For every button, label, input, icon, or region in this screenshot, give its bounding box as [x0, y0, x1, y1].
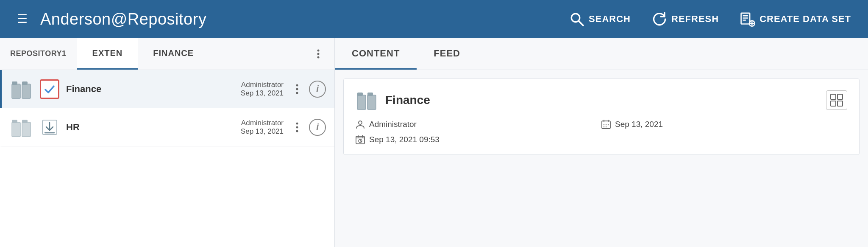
item-meta: Administrator Sep 13, 2021: [241, 81, 284, 98]
svg-line-1: [579, 21, 584, 26]
detail-header: Finance: [356, 89, 847, 111]
refresh-icon: [652, 11, 667, 27]
detail-folder-icon: [356, 89, 378, 111]
create-dataset-icon: [740, 11, 755, 27]
tab-repository1[interactable]: REPOSITORY1: [0, 38, 77, 70]
item-info-button[interactable]: i: [309, 119, 326, 136]
svg-point-10: [317, 53, 320, 55]
svg-rect-33: [831, 94, 836, 99]
header: ☰ Anderson@Repository SEARCH REFRESH: [0, 0, 868, 38]
svg-rect-30: [357, 93, 363, 96]
items-list: Finance Administrator Sep 13, 2021 i: [0, 70, 334, 247]
clock-calendar-icon: [356, 135, 365, 144]
svg-rect-15: [22, 81, 28, 85]
item-name: Finance: [66, 84, 241, 95]
calendar-dots-icon: [601, 120, 611, 129]
tab-exten[interactable]: EXTEN: [77, 38, 138, 70]
search-icon: [569, 11, 584, 27]
item-meta: Administrator Sep 13, 2021: [241, 119, 284, 136]
svg-rect-21: [22, 122, 31, 137]
svg-point-27: [296, 126, 298, 128]
svg-rect-20: [12, 120, 17, 123]
grid-icon: [830, 93, 843, 107]
svg-rect-2: [741, 13, 750, 24]
svg-line-52: [360, 141, 362, 142]
svg-point-26: [296, 122, 298, 124]
detail-meta: Administrator Sep 13, 2021: [356, 120, 847, 144]
app-title: Anderson@Repository: [40, 10, 569, 28]
svg-rect-36: [837, 101, 843, 106]
svg-point-42: [606, 124, 606, 125]
create-dataset-button[interactable]: CREATE DATA SET: [740, 11, 851, 27]
svg-point-9: [317, 50, 320, 52]
svg-point-16: [296, 84, 298, 86]
menu-icon[interactable]: ☰: [17, 13, 28, 25]
svg-rect-34: [837, 94, 843, 99]
svg-point-41: [604, 124, 604, 125]
folder-icon: [10, 116, 32, 138]
tab-finance[interactable]: FINANCE: [138, 38, 209, 70]
svg-rect-22: [22, 120, 28, 123]
more-vertical-icon: [292, 83, 302, 95]
detail-date-created: Sep 13, 2021: [601, 120, 847, 129]
svg-rect-31: [367, 95, 376, 109]
search-button[interactable]: SEARCH: [569, 11, 631, 27]
main-layout: REPOSITORY1 EXTEN FINANCE: [0, 38, 868, 247]
svg-rect-14: [22, 84, 31, 98]
import-icon: [40, 118, 59, 137]
item-date: Sep 13, 2021: [241, 127, 284, 136]
item-date: Sep 13, 2021: [241, 89, 284, 98]
import-arrow-icon: [41, 118, 58, 136]
detail-grid-view-button[interactable]: [826, 90, 847, 110]
svg-rect-19: [12, 122, 20, 137]
more-vertical-icon: [312, 48, 324, 60]
svg-rect-35: [831, 101, 836, 106]
tab-feed[interactable]: FEED: [417, 38, 477, 70]
detail-author: Administrator: [356, 120, 601, 129]
svg-point-43: [608, 124, 609, 125]
header-actions: SEARCH REFRESH CREATE DATA SET: [569, 11, 851, 27]
svg-rect-32: [367, 93, 373, 96]
detail-date-modified: Sep 13, 2021 09:53: [356, 135, 601, 144]
item-info-button[interactable]: i: [309, 81, 326, 98]
folder-icon: [10, 78, 32, 100]
svg-rect-12: [12, 84, 20, 98]
tabs-more-button[interactable]: [312, 38, 334, 70]
svg-point-45: [606, 126, 606, 127]
list-item[interactable]: Finance Administrator Sep 13, 2021 i: [0, 70, 334, 108]
check-icon-container: [40, 79, 59, 99]
svg-point-37: [359, 121, 362, 124]
svg-point-18: [296, 92, 298, 94]
more-vertical-icon: [292, 121, 302, 134]
left-panel: REPOSITORY1 EXTEN FINANCE: [0, 38, 335, 247]
svg-point-44: [604, 126, 604, 127]
check-icon: [43, 83, 56, 95]
right-tabs-bar: CONTENT FEED: [335, 38, 868, 70]
svg-rect-29: [357, 95, 366, 109]
detail-name: Finance: [385, 93, 826, 107]
svg-point-17: [296, 88, 298, 90]
list-item[interactable]: HR Administrator Sep 13, 2021 i: [0, 108, 334, 146]
tab-content[interactable]: CONTENT: [335, 38, 417, 70]
item-author: Administrator: [241, 81, 284, 89]
left-tabs-bar: REPOSITORY1 EXTEN FINANCE: [0, 38, 334, 70]
refresh-button[interactable]: REFRESH: [652, 11, 719, 27]
right-panel: CONTENT FEED Finance: [335, 38, 868, 247]
item-author: Administrator: [241, 119, 284, 127]
item-context-menu-button[interactable]: [292, 121, 302, 134]
svg-point-11: [317, 56, 320, 59]
person-icon: [356, 120, 365, 129]
svg-point-28: [296, 130, 298, 132]
detail-card: Finance Administra: [343, 79, 860, 155]
item-name: HR: [66, 122, 241, 133]
svg-rect-13: [12, 81, 17, 85]
item-context-menu-button[interactable]: [292, 83, 302, 95]
